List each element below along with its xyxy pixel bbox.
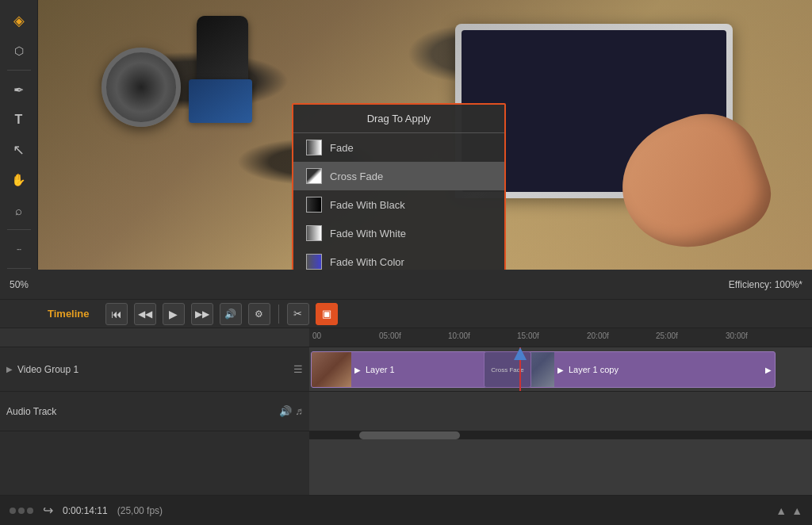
playhead-time: 0:00:14:11 (63, 505, 108, 516)
audio-track-row: Audio Track 🔊 ♬ (0, 392, 309, 431)
fade-black-label: Fade With Black (330, 199, 405, 211)
video-group-settings-icon[interactable]: ☰ (293, 363, 303, 375)
toolbar-separator-3 (7, 268, 31, 269)
crossfade-label: Cross Fade (330, 171, 383, 182)
fade-color-label: Fade With Color (330, 256, 404, 268)
layer1-expand-icon: ▶ (354, 366, 361, 374)
audio-mute-icon[interactable]: 🔊 (279, 405, 292, 417)
ruler-spacer (0, 328, 309, 347)
status-bar: ↪ 0:00:14:11 (25,00 fps) ▲ ▲ (0, 495, 812, 525)
scissors-button[interactable]: ✂ (287, 303, 309, 325)
controls-separator (278, 305, 279, 324)
card-prop (189, 79, 252, 123)
status-dot-1 (10, 508, 16, 514)
timeline-info-bar: 50% Efficiency: 100%* (0, 270, 812, 300)
step-back-button[interactable]: ◀◀ (134, 303, 156, 325)
horizontal-scrollbar[interactable] (309, 431, 812, 439)
video-group-name: Video Group 1 (17, 364, 79, 375)
status-dot-2 (18, 508, 25, 514)
layer1-thumb (312, 352, 351, 387)
tool-crop[interactable]: ⬡ (5, 36, 33, 65)
layer-copy-end-icon: ▶ (765, 366, 772, 374)
tool-pen[interactable]: ✒ (5, 75, 33, 104)
audio-track-name: Audio Track (6, 406, 56, 417)
share-icon[interactable]: ↪ (43, 503, 53, 518)
ruler-tick-3: 15:00f (517, 331, 539, 340)
popup-item-crossfade[interactable]: Cross Fade (293, 162, 504, 190)
layer-copy-clip[interactable]: ▶ Layer 1 copy ▶ (514, 351, 776, 388)
camera-lens (102, 48, 181, 127)
fade-white-icon (306, 225, 322, 241)
step-forward-button[interactable]: ▶▶ (191, 303, 213, 325)
ruler-tick-2: 10:00f (448, 331, 470, 340)
ruler-tick-4: 20:00f (587, 331, 609, 340)
popup-title: Drag To Apply (293, 105, 504, 133)
scrollbar-thumb[interactable] (359, 431, 460, 439)
settings-button[interactable]: ⚙ (248, 303, 270, 325)
status-arrows: ▲ ▲ (776, 504, 802, 517)
ruler-tick-0: 00 (312, 331, 321, 340)
preview-area: Drag To Apply Fade Cross Fade Fade With … (38, 0, 812, 270)
scroll-left-icon[interactable]: ▲ (776, 504, 787, 517)
tool-more[interactable]: ··· (5, 235, 33, 263)
ruler: 00 05:00f 10:00f 15:00f 20:00f 25:00f 30… (309, 328, 812, 347)
ruler-tick-6: 30:00f (726, 331, 748, 340)
fade-label: Fade (330, 142, 354, 154)
layer1-name: Layer 1 (361, 365, 400, 374)
layer1-clip[interactable]: ▶ Layer 1 (311, 351, 493, 388)
zoom-label: 50% (10, 279, 29, 290)
fade-color-icon (306, 254, 322, 270)
video-track-area: ▶ Layer 1 Cross Fade ▶ Layer 1 copy ▶ (309, 347, 812, 392)
fade-black-icon (306, 197, 322, 213)
toolbar-separator-1 (7, 70, 31, 71)
audio-track-icons: 🔊 ♬ (279, 405, 303, 417)
volume-button[interactable]: 🔊 (220, 303, 242, 325)
popup-item-fade[interactable]: Fade (293, 133, 504, 162)
crossfade-icon (306, 168, 322, 184)
timeline-label: Timeline (48, 308, 90, 320)
play-button[interactable]: ▶ (163, 303, 185, 325)
ruler-tick-5: 25:00f (656, 331, 678, 340)
fade-white-label: Fade With White (330, 228, 406, 240)
transition-popup: Drag To Apply Fade Cross Fade Fade With … (292, 103, 506, 270)
popup-item-fade-color[interactable]: Fade With Color (293, 247, 504, 270)
audio-settings-icon[interactable]: ♬ (295, 405, 303, 417)
efficiency-label: Efficiency: 100%* (729, 279, 802, 290)
layer-copy-name: Layer 1 copy (564, 365, 623, 374)
timeline-controls-bar: Timeline ⏮ ◀◀ ▶ ▶▶ 🔊 ⚙ ✂ ▣ (0, 300, 812, 328)
toolbar-separator-2 (7, 229, 31, 230)
scroll-right-icon[interactable]: ▲ (791, 504, 802, 517)
popup-item-fade-white[interactable]: Fade With White (293, 219, 504, 247)
skip-start-button[interactable]: ⏮ (105, 303, 128, 325)
status-dot-3 (27, 508, 33, 514)
tool-select[interactable]: ◈ (5, 6, 33, 35)
tool-zoom[interactable]: ⌕ (5, 196, 33, 224)
bottom-panel: 50% Efficiency: 100%* Timeline ⏮ ◀◀ ▶ ▶▶… (0, 270, 812, 525)
fps-label: (25,00 fps) (117, 505, 163, 516)
video-group-icons: ☰ (293, 363, 303, 375)
video-group-row: ▶ Video Group 1 ☰ (0, 347, 309, 392)
transition-button[interactable]: ▣ (316, 303, 338, 325)
ruler-tick-1: 05:00f (379, 331, 401, 340)
popup-item-fade-black[interactable]: Fade With Black (293, 190, 504, 219)
tool-text[interactable]: T (5, 105, 33, 134)
tool-arrow[interactable]: ↖ (5, 136, 33, 164)
video-group-expand[interactable]: ▶ (6, 365, 13, 374)
layer-copy-expand-icon: ▶ (557, 366, 564, 374)
tool-hand[interactable]: ✋ (5, 166, 33, 194)
status-dots (10, 508, 33, 514)
audio-track-area (309, 392, 812, 431)
fade-icon (306, 140, 322, 155)
